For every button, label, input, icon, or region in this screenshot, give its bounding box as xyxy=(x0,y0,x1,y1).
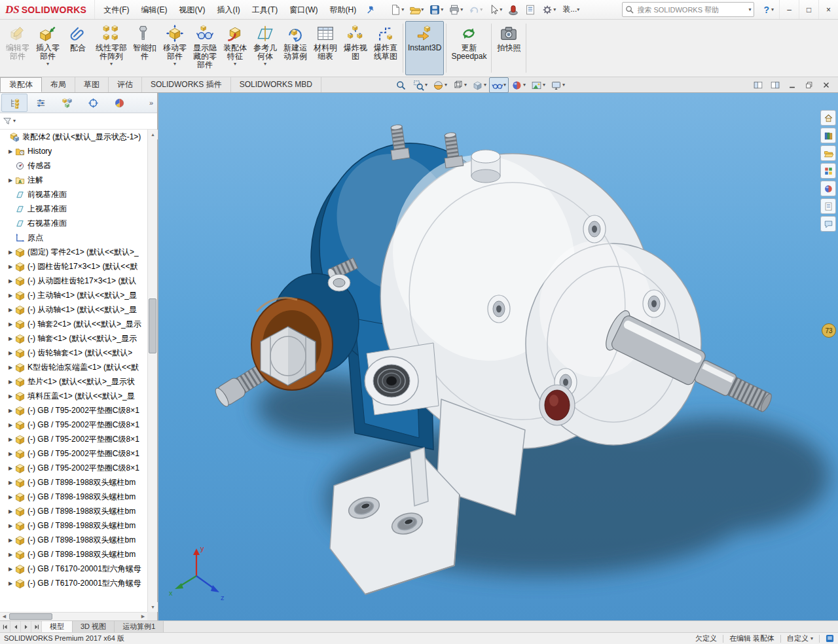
inlet-port[interactable] xyxy=(365,343,439,415)
print-button[interactable]: ▾ xyxy=(446,1,465,18)
tab-评估[interactable]: 评估 xyxy=(109,77,142,92)
menu-window[interactable]: 窗口(W) xyxy=(283,1,323,19)
tab-solidworks-mbd[interactable]: SOLIDWORKS MBD xyxy=(231,77,321,92)
expander-icon[interactable]: ▶ xyxy=(7,451,14,457)
tree-item[interactable]: ▶(-) GB / T898-1988双头螺柱bm xyxy=(0,475,147,490)
taskpane-forum-button[interactable] xyxy=(820,216,836,232)
taskpane-design-library-button[interactable] xyxy=(820,128,836,143)
taskpane-custom-properties-button[interactable] xyxy=(820,198,836,214)
vertical-scroll-thumb[interactable] xyxy=(149,298,156,353)
panel-tab-configurationmanager[interactable] xyxy=(54,94,80,112)
new-document-button[interactable]: ▾ xyxy=(388,1,406,18)
go-last-tab-icon[interactable] xyxy=(31,621,42,632)
graphics-viewport[interactable]: y x z 73 xyxy=(158,93,838,620)
search-dropdown-caret[interactable]: ▾ xyxy=(748,7,751,12)
zoom-area-button[interactable]: ▾ xyxy=(410,77,430,93)
help-dropdown-caret[interactable]: ▾ xyxy=(771,7,774,12)
tree-item[interactable]: ▶(-) 圆柱齿轮17×3<1> (默认<<默 xyxy=(0,259,147,274)
panel-tab-displaymanager[interactable] xyxy=(106,94,132,112)
maximize-button[interactable]: □ xyxy=(799,0,818,19)
zoom-fit-button[interactable] xyxy=(391,77,410,93)
tab-装配体[interactable]: 装配体 xyxy=(0,77,42,92)
help-button[interactable]: ? ▾ xyxy=(758,0,779,19)
tree-item[interactable]: ▶K型齿轮油泵端盖<1> (默认<<默 xyxy=(0,360,147,374)
section-view-button[interactable]: ▾ xyxy=(430,77,450,93)
expander-icon[interactable]: ▶ xyxy=(7,393,14,399)
outlet-port[interactable] xyxy=(539,385,575,425)
tree-vertical-scrollbar[interactable]: ▲ ▼ xyxy=(147,130,157,612)
menu-insert[interactable]: 插入(I) xyxy=(211,1,246,19)
file-properties-button[interactable] xyxy=(522,1,538,18)
custom-units-dropdown[interactable]: 自定义▾ xyxy=(787,634,813,643)
tab-solidworks-插件[interactable]: SOLIDWORKS 插件 xyxy=(142,77,231,92)
expander-icon[interactable]: ▶ xyxy=(7,264,14,270)
tree-item[interactable]: ▶(-) GB / T898-1988双头螺柱bm xyxy=(0,504,147,518)
tree-item[interactable]: ▶(-) GB / T95-2002平垫圈C级8×1 xyxy=(0,403,147,418)
quick-tips-icon[interactable] xyxy=(826,634,834,643)
dropdown-caret-icon[interactable]: ▾ xyxy=(110,62,113,67)
expander-icon[interactable]: ▶ xyxy=(7,350,14,356)
expander-icon[interactable]: ▶ xyxy=(7,480,14,486)
expander-icon[interactable]: ▶ xyxy=(7,509,14,514)
expander-icon[interactable]: ▶ xyxy=(7,537,14,543)
tree-item[interactable]: ▶History xyxy=(0,144,147,158)
save-button[interactable]: ▾ xyxy=(427,1,445,18)
tree-item[interactable]: 上视基准面 xyxy=(0,202,147,216)
take-snapshot-button[interactable]: 拍快照 xyxy=(494,21,524,75)
menu-file[interactable]: 文件(F) xyxy=(98,1,135,19)
filter-caret-icon[interactable]: ▾ xyxy=(13,118,16,124)
dropdown-caret-icon[interactable]: ▾ xyxy=(577,7,579,12)
dropdown-caret-icon[interactable]: ▾ xyxy=(421,7,424,12)
expander-icon[interactable]: ▶ xyxy=(7,336,14,342)
scroll-right-arrow[interactable]: ▶ xyxy=(139,613,147,620)
expander-icon[interactable]: ▶ xyxy=(7,566,14,572)
horizontal-scroll-thumb[interactable] xyxy=(9,613,52,620)
doc-restore-button[interactable] xyxy=(801,79,817,92)
view-settings-button[interactable]: ▾ xyxy=(548,77,568,93)
update-speedpak-button[interactable]: 更新Speedpak xyxy=(448,21,489,75)
tree-item[interactable]: ▶(-) 齿轮轴套<1> (默认<<默认> xyxy=(0,346,147,360)
top-boss[interactable] xyxy=(471,150,500,183)
menu-view[interactable]: 视图(V) xyxy=(173,1,211,19)
panel-tabs-overflow-icon[interactable]: » xyxy=(147,99,156,107)
tree-item[interactable]: ▶(-) GB / T6170-20001型六角螺母 xyxy=(0,562,147,576)
expander-icon[interactable]: ▶ xyxy=(7,408,14,414)
tab-布局[interactable]: 布局 xyxy=(42,77,75,92)
expander-icon[interactable]: ▶ xyxy=(7,149,14,154)
expander-icon[interactable]: ▶ xyxy=(7,365,14,370)
search-box[interactable]: ▾ xyxy=(622,2,754,17)
taskpane-file-explorer-button[interactable] xyxy=(820,145,836,161)
dropdown-caret-icon[interactable]: ▾ xyxy=(464,82,467,88)
dropdown-caret-icon[interactable]: ▾ xyxy=(562,82,565,88)
new-motion-study-button[interactable]: 新建运动算例 xyxy=(280,21,310,75)
expander-icon[interactable]: ▶ xyxy=(7,307,14,313)
pane-split-left-button[interactable] xyxy=(750,79,766,92)
scroll-down-arrow[interactable]: ▼ xyxy=(148,602,158,612)
doc-minimize-button[interactable] xyxy=(784,79,800,92)
open-button[interactable]: ▾ xyxy=(407,1,426,18)
view-orientation-button[interactable]: ▾ xyxy=(450,77,469,93)
hide-show-items-button[interactable]: ▾ xyxy=(489,77,509,93)
dropdown-caret-icon[interactable]: ▾ xyxy=(441,7,443,12)
toolbar-overflow-button[interactable]: 装...▾ xyxy=(559,1,581,18)
dropdown-caret-icon[interactable]: ▾ xyxy=(425,82,428,88)
scroll-up-arrow[interactable]: ▲ xyxy=(148,130,158,139)
dropdown-caret-icon[interactable]: ▾ xyxy=(173,62,176,67)
smart-fasteners-button[interactable]: 智能扣件 xyxy=(130,21,160,75)
spacemouse-button[interactable] xyxy=(505,1,521,18)
panel-tab-featuremanager[interactable] xyxy=(1,94,27,112)
undo-button[interactable]: ▾ xyxy=(466,1,484,18)
insert-components-button[interactable]: 插入零部件▾ xyxy=(33,21,63,75)
exploded-view-button[interactable]: 爆炸视图 xyxy=(340,21,371,75)
model-tab-运动算例1[interactable]: 运动算例1 xyxy=(115,621,164,632)
tree-item[interactable]: ▶(-) GB / T898-1988双头螺柱bm xyxy=(0,490,147,504)
explode-line-sketch-button[interactable]: 爆炸直线草图 xyxy=(371,21,401,75)
search-input[interactable] xyxy=(636,5,746,14)
expander-icon[interactable]: ▶ xyxy=(7,379,14,385)
display-style-button[interactable]: ▾ xyxy=(469,77,489,93)
tree-item[interactable]: 原点 xyxy=(0,230,147,245)
tree-item[interactable]: ▶(-) GB / T6170-20001型六角螺母 xyxy=(0,576,147,590)
pane-split-right-button[interactable] xyxy=(767,79,783,92)
scroll-left-arrow[interactable]: ◀ xyxy=(0,613,9,620)
go-first-tab-icon[interactable] xyxy=(0,621,10,632)
